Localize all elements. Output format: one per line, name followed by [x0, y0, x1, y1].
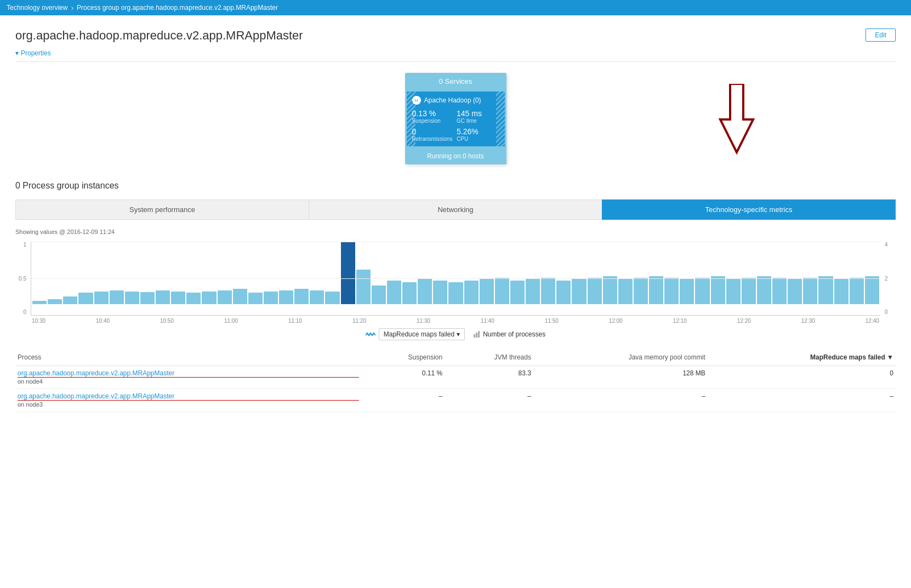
metric-cpu-value: 5.26% [457, 127, 499, 136]
metric-suspension-label: Suspension [412, 118, 455, 124]
tab-technology-metrics[interactable]: Technology-specific metrics [602, 199, 896, 220]
y-label-mid-left: 0.5 [19, 276, 26, 282]
col-header-mapreduce[interactable]: MapReduce maps failed ▼ [708, 349, 896, 366]
properties-toggle[interactable]: ▾ Properties [15, 49, 896, 62]
breadcrumb: Technology overview › Process group org.… [0, 0, 911, 15]
table-cell-suspension: – [361, 389, 445, 412]
service-footer: Running on 0 hosts [405, 148, 506, 164]
chart-bar [356, 270, 371, 304]
tab-system-performance[interactable]: System performance [15, 199, 309, 220]
x-label-14: 12:40 [866, 318, 879, 324]
col-header-jvm[interactable]: JVM threads [445, 349, 533, 366]
y-label-bot-left: 0 [23, 309, 26, 315]
process-link[interactable]: org.apache.hadoop.mapreduce.v2.app.MRApp… [18, 369, 359, 378]
table-row: org.apache.hadoop.mapreduce.v2.app.MRApp… [15, 389, 896, 412]
chart-bar [726, 279, 741, 304]
arrow-down-icon [715, 84, 759, 155]
y-label-top-left: 1 [23, 242, 26, 248]
legend-dropdown-label: MapReduce maps failed [384, 330, 454, 338]
table-cell-suspension: 0.11 % [361, 366, 445, 389]
table-cell-jvm: 83.3 [445, 366, 533, 389]
chart-bar [78, 293, 93, 304]
chart-container: 1 0.5 0 10:30 10:40 10:50 11:00 11:10 11… [15, 242, 896, 324]
wave-icon [366, 331, 375, 338]
chart-legend: MapReduce maps failed ▾ Number of proces… [15, 328, 896, 340]
services-tile[interactable]: 0 Services H Apache Hadoop (0) 0.13 % Su… [405, 73, 506, 164]
metric-gctime-label: GC time [457, 118, 499, 124]
y-label-top-right: 4 [885, 242, 888, 248]
svg-marker-0 [720, 84, 753, 152]
x-label-11: 12:10 [673, 318, 687, 324]
breadcrumb-separator: › [71, 3, 73, 12]
chart-bar [618, 279, 633, 304]
chart-bar [803, 278, 817, 304]
tab-networking[interactable]: Networking [309, 199, 602, 220]
chart-x-labels: 10:30 10:40 10:50 11:00 11:10 11:20 11:3… [31, 316, 880, 324]
chart-bar [695, 278, 709, 304]
chart-y-axis-left: 1 0.5 0 [15, 242, 31, 324]
chart-bar [264, 292, 278, 304]
tabs: System performance Networking Technology… [15, 199, 896, 220]
chart-bar [218, 290, 232, 304]
chart-body [31, 242, 880, 316]
chart-bar [772, 278, 787, 304]
y-label-mid-right: 2 [885, 276, 888, 282]
chart-bar [32, 301, 47, 304]
hadoop-icon: H [412, 96, 421, 105]
metric-cpu-label: CPU [457, 136, 499, 142]
process-group-title: 0 Process group instances [15, 181, 896, 191]
chart-bar [63, 296, 77, 304]
services-header: 0 Services [405, 73, 506, 90]
metric-cpu: 5.26% CPU [457, 127, 499, 142]
chart-bar [588, 278, 602, 304]
chart-bar [818, 276, 833, 304]
col-header-suspension[interactable]: Suspension [361, 349, 445, 366]
chart-bar [48, 299, 62, 304]
arrow-container [715, 84, 759, 157]
chart-bar [279, 290, 293, 304]
table-row: org.apache.hadoop.mapreduce.v2.app.MRApp… [15, 366, 896, 389]
service-card[interactable]: H Apache Hadoop (0) 0.13 % Suspension 14… [407, 92, 505, 146]
edit-button[interactable]: Edit [866, 28, 896, 42]
properties-label: Properties [21, 49, 51, 57]
table-cell-process: org.apache.hadoop.mapreduce.v2.app.MRApp… [15, 389, 361, 412]
x-label-2: 10:40 [96, 318, 110, 324]
chart-bar [464, 281, 479, 304]
chart-bar [680, 279, 694, 304]
x-label-3: 10:50 [160, 318, 174, 324]
chart-bar [372, 286, 386, 304]
x-label-4: 11:00 [224, 318, 238, 324]
col-header-process[interactable]: Process [15, 349, 361, 366]
chart-bar [248, 293, 263, 304]
breadcrumb-home[interactable]: Technology overview [7, 4, 67, 12]
chart-bar [186, 293, 201, 304]
chart-bar [526, 279, 540, 304]
chart-bar [649, 276, 663, 304]
table-cell-process: org.apache.hadoop.mapreduce.v2.app.MRApp… [15, 366, 361, 389]
metric-retransmissions-label: Retransmissions [412, 136, 455, 142]
chart-bar [140, 292, 155, 304]
legend-dropdown[interactable]: MapReduce maps failed ▾ [379, 328, 465, 340]
chart-bar [742, 278, 756, 304]
chart-bars [31, 242, 880, 304]
service-card-header: H Apache Hadoop (0) [412, 96, 499, 105]
chevron-down-icon: ▾ [15, 49, 19, 57]
chart-bar [94, 292, 109, 304]
chevron-icon: ▾ [457, 330, 460, 338]
chart-bar [325, 292, 339, 304]
process-link[interactable]: org.apache.hadoop.mapreduce.v2.app.MRApp… [18, 392, 359, 401]
table-cell-mapreduce: – [708, 389, 896, 412]
chart-bar [310, 290, 324, 304]
chart-bar [711, 276, 725, 304]
col-header-memory[interactable]: Java memory pool commit [533, 349, 708, 366]
chart-bar [757, 276, 771, 304]
chart-timestamp: Showing values @ 2016-12-09 11:24 [15, 229, 896, 235]
chart-bar [603, 276, 617, 304]
chart-bar [865, 276, 879, 304]
table-body: org.apache.hadoop.mapreduce.v2.app.MRApp… [15, 366, 896, 412]
chart-bar [572, 279, 586, 304]
x-label-7: 11:30 [417, 318, 430, 324]
table-cell-mapreduce: 0 [708, 366, 896, 389]
metric-suspension: 0.13 % Suspension [412, 109, 455, 124]
main-content: org.apache.hadoop.mapreduce.v2.app.MRApp… [0, 15, 911, 588]
